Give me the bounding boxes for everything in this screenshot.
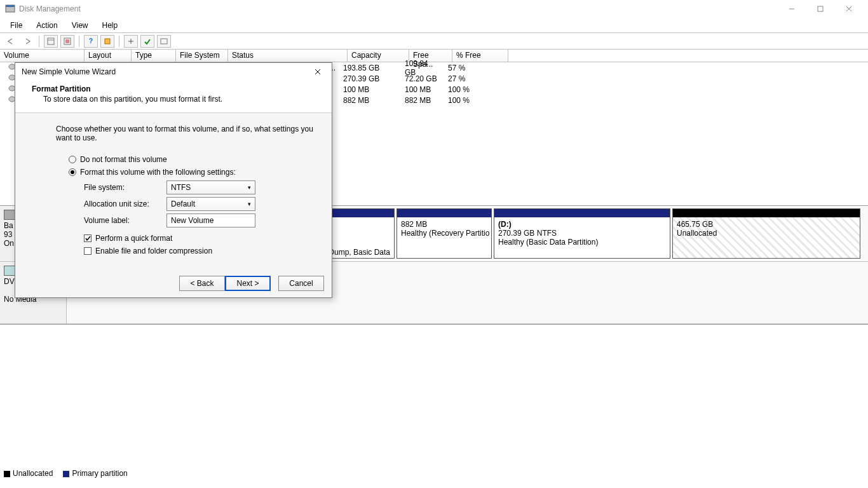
wizard-close-button[interactable] [310, 65, 325, 78]
partition-box[interactable]: 882 MB Healthy (Recovery Partitio [397, 208, 492, 259]
col-layout[interactable]: Layout [85, 50, 132, 62]
partition-status: Unallocated [677, 229, 856, 238]
legend: Unallocated Primary partition [4, 469, 128, 478]
window-title: Disk Management [19, 4, 777, 13]
legend-primary-label: Primary partition [72, 469, 127, 478]
partition-size: 882 MB [401, 220, 487, 229]
maximize-button[interactable] [806, 0, 834, 18]
app-icon [5, 4, 15, 14]
filesystem-row: File system: NTFS ▾ [84, 180, 314, 194]
allocation-value: Default [171, 200, 195, 208]
radio-do-not-format[interactable]: Do not format this volume [69, 155, 314, 164]
wizard-title: New Simple Volume Wizard [22, 67, 310, 76]
radio-format-with-settings[interactable]: Format this volume with the following se… [69, 168, 314, 177]
toolbar-btn-5[interactable] [140, 35, 154, 48]
capacity-cell: 100 MB [339, 85, 401, 94]
toolbar-btn-1[interactable] [44, 35, 58, 48]
col-filesystem[interactable]: File System [176, 50, 228, 62]
filesystem-value: NTFS [171, 183, 191, 192]
volume-label-row: Volume label: New Volume [84, 214, 314, 227]
toolbar-btn-3[interactable] [100, 35, 114, 48]
svg-rect-1 [6, 5, 15, 7]
cancel-button[interactable]: Cancel [278, 276, 324, 291]
wizard-description: Choose whether you want to format this v… [56, 125, 314, 142]
svg-rect-3 [818, 6, 823, 11]
toolbar-btn-4[interactable] [124, 35, 138, 48]
free-cell: 100 MB [401, 85, 444, 94]
menu-help[interactable]: Help [96, 20, 125, 31]
toolbar-btn-2[interactable] [60, 35, 74, 48]
partition-detail: 270.39 GB NTFS [498, 229, 666, 238]
legend-unallocated-swatch [4, 471, 10, 477]
volume-label-label: Volume label: [84, 216, 166, 225]
svg-rect-10 [105, 39, 110, 44]
capacity-cell: 270.39 GB [339, 74, 401, 83]
free-cell: 72.20 GB [401, 74, 444, 83]
pct-cell: 57 % [444, 64, 500, 72]
next-button[interactable]: Next > [225, 276, 271, 291]
radio-icon [69, 168, 76, 176]
pct-cell: 27 % [444, 74, 500, 83]
pct-cell: 100 % [444, 96, 500, 105]
toolbar: ? [0, 33, 868, 50]
wizard-subheading: To store data on this partition, you mus… [43, 95, 320, 104]
chevron-down-icon: ▾ [248, 184, 251, 191]
allocation-label: Allocation unit size: [84, 200, 166, 208]
col-status[interactable]: Status [228, 50, 348, 62]
col-type[interactable]: Type [132, 50, 176, 62]
new-simple-volume-wizard: New Simple Volume Wizard Format Partitio… [15, 62, 332, 298]
svg-rect-13 [161, 39, 167, 44]
chevron-down-icon: ▾ [248, 201, 251, 207]
free-cell: 882 MB [401, 96, 444, 105]
svg-rect-9 [65, 39, 69, 43]
wizard-titlebar[interactable]: New Simple Volume Wizard [15, 63, 332, 81]
checkbox-icon [84, 247, 92, 255]
partition-size: 465.75 GB [677, 220, 856, 229]
col-capacity[interactable]: Capacity [348, 50, 409, 62]
menu-bar: File Action View Help [0, 18, 868, 33]
legend-unallocated-label: Unallocated [13, 469, 53, 478]
capacity-cell: 193.85 GB [339, 64, 401, 72]
menu-action[interactable]: Action [30, 20, 64, 31]
volume-label-input[interactable]: New Volume [166, 214, 255, 227]
toolbar-btn-6[interactable] [157, 35, 171, 48]
wizard-body: Choose whether you want to format this v… [15, 113, 332, 269]
forward-icon[interactable] [20, 35, 34, 48]
partition-name: (D:) [498, 220, 666, 229]
volume-label-value: New Volume [171, 216, 214, 225]
legend-primary-swatch [63, 471, 69, 477]
partition-status: Healthy (Recovery Partitio [401, 229, 487, 238]
partition-status: Healthy (Basic Data Partition) [498, 238, 666, 247]
wizard-heading: Format Partition [32, 85, 320, 93]
quick-format-label: Perform a quick format [95, 234, 172, 243]
title-bar: Disk Management [0, 0, 868, 18]
radio-label: Format this volume with the following se… [80, 168, 236, 177]
partition-box[interactable]: (D:) 270.39 GB NTFS Healthy (Basic Data … [494, 208, 670, 259]
radio-label: Do not format this volume [80, 155, 167, 164]
back-button[interactable]: < Back [179, 276, 225, 291]
menu-view[interactable]: View [65, 20, 95, 31]
radio-icon [69, 156, 76, 163]
help-icon[interactable]: ? [84, 35, 98, 48]
close-button[interactable] [834, 0, 863, 18]
quick-format-checkbox[interactable]: Perform a quick format [84, 234, 314, 243]
capacity-cell: 882 MB [339, 96, 401, 105]
checkbox-icon [84, 234, 92, 242]
allocation-select[interactable]: Default ▾ [166, 197, 255, 211]
col-volume[interactable]: Volume [0, 50, 85, 62]
allocation-row: Allocation unit size: Default ▾ [84, 197, 314, 211]
svg-rect-6 [48, 38, 54, 44]
menu-file[interactable]: File [4, 20, 29, 31]
back-icon[interactable] [4, 35, 18, 48]
compression-label: Enable file and folder compression [95, 247, 212, 255]
filesystem-select[interactable]: NTFS ▾ [166, 180, 255, 194]
wizard-footer: < Back Next > Cancel [15, 269, 332, 297]
col-pctfree[interactable]: % Free [452, 50, 508, 62]
compression-checkbox[interactable]: Enable file and folder compression [84, 247, 314, 255]
filesystem-label: File system: [84, 183, 166, 192]
partition-box-unallocated[interactable]: 465.75 GB Unallocated [672, 208, 860, 259]
pct-cell: 100 % [444, 85, 500, 94]
wizard-header: Format Partition To store data on this p… [15, 81, 332, 113]
minimize-button[interactable] [777, 0, 806, 18]
